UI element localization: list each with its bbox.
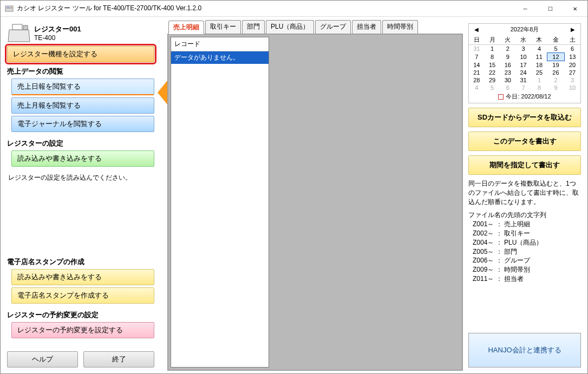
export-period-button[interactable]: 期間を指定して書出す bbox=[468, 155, 581, 175]
cal-day[interactable]: 20 bbox=[564, 61, 580, 69]
sidebar: レジスター001 TE-400 レジスター機種を設定する 売上データの閲覧 売上… bbox=[4, 20, 158, 371]
cal-day[interactable]: 22 bbox=[485, 69, 500, 76]
hanjo-link-button[interactable]: HANJO会計と連携する bbox=[468, 333, 581, 368]
cal-day[interactable]: 10 bbox=[515, 53, 531, 61]
tab-5[interactable]: 担当者 bbox=[352, 20, 381, 34]
cal-day[interactable]: 3 bbox=[515, 45, 531, 53]
tab-1[interactable]: 取引キー bbox=[205, 20, 241, 34]
reserve-button[interactable]: レジスターの予約変更を設定する bbox=[11, 322, 154, 338]
cal-day[interactable]: 31 bbox=[515, 76, 531, 84]
tab-6[interactable]: 時間帯別 bbox=[382, 20, 418, 34]
svg-rect-2 bbox=[10, 7, 12, 9]
cal-day[interactable]: 31 bbox=[469, 45, 485, 53]
cal-day[interactable]: 13 bbox=[564, 53, 580, 61]
sd-import-button[interactable]: SDカードからデータを取込む bbox=[468, 108, 581, 127]
list-empty-row[interactable]: データがありません。 bbox=[171, 51, 269, 64]
stamp-rw-button[interactable]: 読み込みや書き込みをする bbox=[11, 269, 154, 285]
cal-day[interactable]: 21 bbox=[469, 69, 485, 76]
help-button[interactable]: ヘルプ bbox=[7, 351, 78, 368]
cal-day[interactable]: 6 bbox=[500, 84, 516, 91]
close-button[interactable]: ✕ bbox=[563, 1, 587, 17]
cal-day[interactable]: 7 bbox=[515, 84, 531, 91]
prefix-list: Z001～ ： 売上明細Z002～ ： 取引キーZ004～ ： PLU（商品）Z… bbox=[468, 220, 581, 284]
cal-day[interactable]: 25 bbox=[531, 69, 547, 76]
read-write-button[interactable]: 読み込みや書き込みをする bbox=[11, 150, 154, 167]
cal-day[interactable]: 30 bbox=[500, 76, 516, 84]
section-reg-settings: レジスターの設定 bbox=[7, 139, 154, 148]
list-header: レコード bbox=[171, 37, 269, 51]
cal-day[interactable]: 2 bbox=[500, 45, 516, 53]
cal-day[interactable]: 4 bbox=[469, 84, 485, 91]
minimize-button[interactable]: ─ bbox=[513, 1, 538, 17]
calendar: ◀ 2022年8月 ▶ 日月火水木金土311234567891011121314… bbox=[468, 23, 581, 103]
svg-rect-4 bbox=[12, 24, 22, 30]
cal-day[interactable]: 28 bbox=[469, 76, 485, 84]
window-title: カシオ レジスター ツール for TE-400/TE-2700/TK-400 … bbox=[17, 4, 201, 13]
cal-day[interactable]: 14 bbox=[469, 61, 485, 69]
cal-today-link[interactable]: 今日: 2022/08/12 bbox=[469, 91, 580, 103]
cal-day[interactable]: 5 bbox=[485, 84, 500, 91]
export-info: 同一日のデータを複数取込むと、1つのファイルへ結合して書出す時に、取込んだ順番に… bbox=[468, 179, 581, 206]
cal-day[interactable]: 2 bbox=[547, 76, 564, 84]
tab-4[interactable]: グループ bbox=[315, 20, 351, 34]
monthly-report-button[interactable]: 売上月報を閲覧する bbox=[11, 97, 154, 114]
svg-rect-1 bbox=[6, 7, 10, 9]
cal-day[interactable]: 9 bbox=[500, 53, 516, 61]
svg-rect-5 bbox=[23, 25, 28, 30]
cal-day[interactable]: 1 bbox=[531, 76, 547, 84]
tab-bar: 売上明細取引キー部門PLU（商品）グループ担当者時間帯別 bbox=[167, 20, 463, 34]
cal-day[interactable]: 23 bbox=[500, 69, 516, 76]
cal-prev-button[interactable]: ◀ bbox=[472, 27, 481, 32]
cal-day[interactable]: 9 bbox=[547, 84, 564, 91]
cal-day[interactable]: 19 bbox=[547, 61, 564, 69]
register-icon bbox=[7, 22, 31, 44]
cal-day[interactable]: 24 bbox=[515, 69, 531, 76]
cal-day[interactable]: 6 bbox=[564, 45, 580, 53]
register-model: TE-400 bbox=[34, 34, 55, 42]
cal-day[interactable]: 18 bbox=[531, 61, 547, 69]
cal-day[interactable]: 1 bbox=[485, 45, 500, 53]
cal-day[interactable]: 27 bbox=[564, 69, 580, 76]
pointer-arrow-icon bbox=[158, 81, 167, 104]
prefix-head: ファイル名の先頭の文字列 bbox=[468, 211, 581, 220]
tab-0[interactable]: 売上明細 bbox=[168, 21, 204, 34]
cal-day[interactable]: 17 bbox=[515, 61, 531, 69]
cal-title: 2022年8月 bbox=[511, 25, 539, 34]
exit-button[interactable]: 終了 bbox=[83, 351, 154, 368]
cal-day[interactable]: 3 bbox=[564, 76, 580, 84]
cal-day[interactable]: 12 bbox=[547, 53, 564, 61]
cal-day[interactable]: 8 bbox=[531, 84, 547, 91]
tab-2[interactable]: 部門 bbox=[242, 20, 265, 34]
cal-day[interactable]: 29 bbox=[485, 76, 500, 84]
title-bar: カシオ レジスター ツール for TE-400/TE-2700/TK-400 … bbox=[1, 1, 587, 17]
stamp-create-button[interactable]: 電子店名スタンプを作成する bbox=[11, 287, 154, 304]
cal-day[interactable]: 7 bbox=[469, 53, 485, 61]
cal-day[interactable]: 4 bbox=[531, 45, 547, 53]
daily-report-button[interactable]: 売上日報を閲覧する bbox=[11, 78, 154, 95]
cal-next-button[interactable]: ▶ bbox=[569, 27, 577, 32]
cal-day[interactable]: 10 bbox=[564, 84, 580, 91]
app-icon bbox=[5, 4, 14, 13]
section-reserve: レジスターの予約変更の設定 bbox=[7, 310, 154, 320]
svg-marker-3 bbox=[8, 30, 30, 42]
section-stamp: 電子店名スタンプの作成 bbox=[7, 257, 154, 267]
ejournal-button[interactable]: 電子ジャーナルを閲覧する bbox=[11, 116, 154, 132]
settings-note: レジスターの設定を読み込んでください。 bbox=[8, 173, 153, 182]
cal-day[interactable]: 16 bbox=[500, 61, 516, 69]
cal-day[interactable]: 8 bbox=[485, 53, 500, 61]
record-list[interactable]: レコード データがありません。 bbox=[171, 37, 269, 368]
content-canvas bbox=[271, 37, 460, 368]
set-model-button[interactable]: レジスター機種を設定する bbox=[7, 46, 154, 62]
export-this-button[interactable]: このデータを書出す bbox=[468, 132, 581, 151]
section-sales-browse: 売上データの閲覧 bbox=[7, 67, 154, 76]
cal-day[interactable]: 11 bbox=[531, 53, 547, 61]
cal-day[interactable]: 5 bbox=[547, 45, 564, 53]
register-name: レジスター001 bbox=[34, 24, 81, 34]
tab-3[interactable]: PLU（商品） bbox=[266, 20, 314, 34]
cal-day[interactable]: 15 bbox=[485, 61, 500, 69]
maximize-button[interactable]: ☐ bbox=[538, 1, 563, 17]
cal-day[interactable]: 26 bbox=[547, 69, 564, 76]
